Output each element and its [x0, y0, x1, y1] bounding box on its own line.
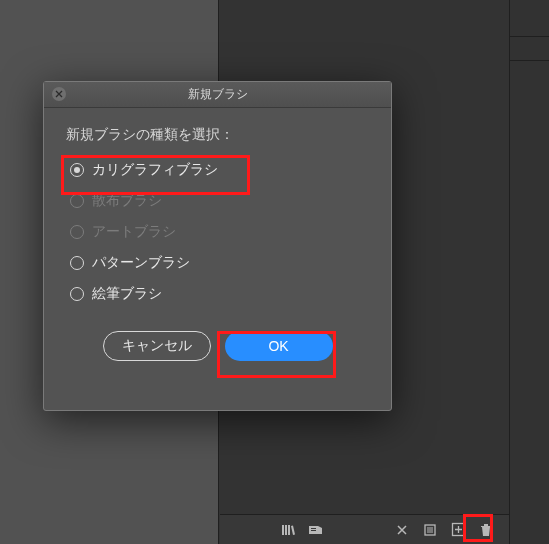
radio-label: カリグラフィブラシ — [92, 161, 218, 179]
ok-button[interactable]: OK — [225, 331, 333, 361]
radio-option-bristle[interactable]: 絵筆ブラシ — [66, 278, 369, 309]
radio-label: アートブラシ — [92, 223, 176, 241]
ok-button-label: OK — [268, 338, 288, 354]
close-button[interactable] — [52, 87, 66, 101]
annotation-highlight — [463, 514, 493, 542]
radio-icon — [70, 287, 84, 301]
prompt-label: 新規ブラシの種類を選択： — [66, 126, 369, 144]
radio-option-scatter: 散布ブラシ — [66, 185, 369, 216]
brush-library-icon[interactable] — [303, 517, 329, 543]
radio-icon — [70, 225, 84, 239]
radio-option-art: アートブラシ — [66, 216, 369, 247]
panel-separator — [510, 36, 549, 37]
panel-separator — [510, 60, 549, 61]
radio-option-pattern[interactable]: パターンブラシ — [66, 247, 369, 278]
new-brush-dialog: 新規ブラシ 新規ブラシの種類を選択： カリグラフィブラシ 散布ブラシ アートブラ… — [43, 81, 392, 411]
dialog-title: 新規ブラシ — [188, 86, 248, 103]
radio-icon — [70, 163, 84, 177]
dialog-titlebar: 新規ブラシ — [44, 82, 391, 108]
radio-icon — [70, 256, 84, 270]
remove-stroke-icon[interactable] — [389, 517, 415, 543]
radio-label: 散布ブラシ — [92, 192, 162, 210]
right-side-panel — [509, 0, 549, 544]
radio-icon — [70, 194, 84, 208]
radio-label: 絵筆ブラシ — [92, 285, 162, 303]
radio-label: パターンブラシ — [92, 254, 190, 272]
cancel-button-label: キャンセル — [122, 337, 192, 355]
stroke-options-icon[interactable] — [417, 517, 443, 543]
radio-option-calligraphic[interactable]: カリグラフィブラシ — [66, 154, 369, 185]
libraries-icon[interactable] — [275, 517, 301, 543]
cancel-button[interactable]: キャンセル — [103, 331, 211, 361]
